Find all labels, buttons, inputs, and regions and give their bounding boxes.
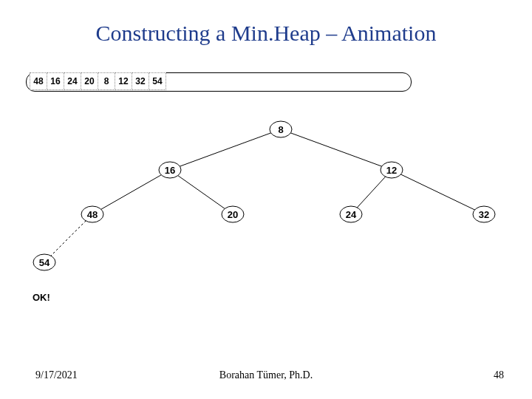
edge <box>170 129 281 170</box>
tree-node-label: 32 <box>479 209 489 220</box>
array-cell: 32 <box>132 72 149 90</box>
footer-author: Borahan Tümer, Ph.D. <box>0 369 532 381</box>
edge <box>170 170 233 214</box>
edge <box>392 170 484 214</box>
tree-node-label: 12 <box>386 165 397 176</box>
tree-node-label: 48 <box>87 209 98 220</box>
tree-node-label: 8 <box>278 124 283 135</box>
array-cell: 24 <box>64 72 81 90</box>
status-ok: OK! <box>33 292 50 303</box>
tree-node-label: 24 <box>346 209 357 220</box>
edge <box>281 129 392 170</box>
array-cell: 16 <box>47 72 64 90</box>
tree-node-label: 16 <box>165 165 175 176</box>
edge-dashed <box>44 214 92 262</box>
array-cell: 20 <box>81 72 98 90</box>
array-cells: 48 16 24 20 8 12 32 54 <box>30 72 166 90</box>
array-cell: 54 <box>149 72 166 90</box>
edge <box>92 170 170 214</box>
array-cell: 48 <box>30 72 47 90</box>
array-cell: 8 <box>98 72 115 90</box>
slide-title: Constructing a Min.Heap – Animation <box>0 21 532 46</box>
array-cell: 12 <box>115 72 132 90</box>
tree-node-label: 54 <box>39 257 50 268</box>
footer-page-number: 48 <box>494 369 504 381</box>
heap-tree: 8 16 12 48 20 24 32 54 <box>0 96 532 288</box>
tree-node-label: 20 <box>228 209 238 220</box>
